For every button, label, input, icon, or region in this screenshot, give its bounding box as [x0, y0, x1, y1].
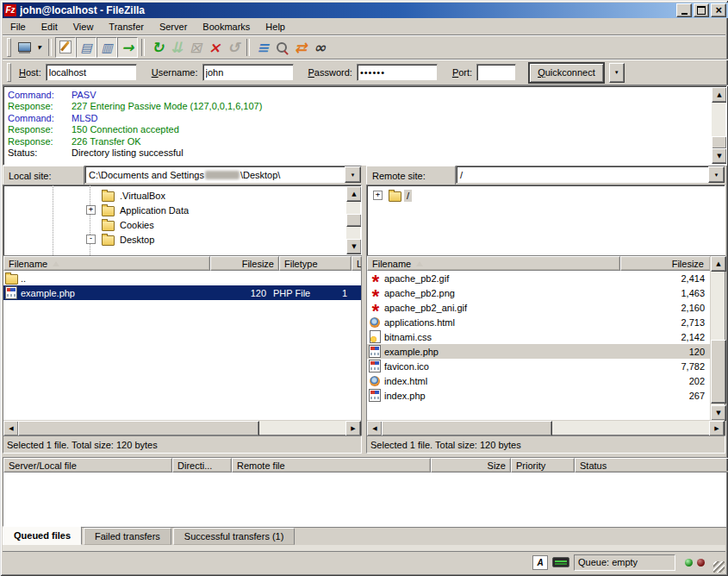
scroll-thumb[interactable]	[712, 136, 727, 149]
scroll-right-icon[interactable]	[345, 421, 361, 436]
remote-site-combo[interactable]: /	[456, 166, 725, 184]
disconnect-icon[interactable]: ×	[205, 38, 224, 57]
directory-filter-icon[interactable]: ≡	[253, 38, 272, 57]
scroll-thumb[interactable]	[711, 340, 726, 404]
column-header-status[interactable]: Status	[575, 458, 728, 473]
scroll-thumb[interactable]	[18, 421, 259, 436]
chevron-down-icon[interactable]	[345, 166, 361, 183]
maximize-button[interactable]	[694, 3, 709, 17]
scroll-up-icon[interactable]	[711, 256, 726, 272]
minimize-button[interactable]	[676, 3, 692, 17]
file-row[interactable]: index.php 267	[367, 388, 711, 403]
toolbar-separator[interactable]	[246, 39, 250, 56]
local-site-combo[interactable]: C:\Documents and Settings\Desktop\	[84, 166, 362, 184]
quickbar-grip[interactable]	[7, 63, 11, 82]
scroll-down-icon[interactable]	[711, 405, 726, 421]
directory-compare-icon[interactable]	[272, 38, 291, 57]
tree-expander-icon[interactable]	[86, 220, 96, 229]
local-horizontal-scrollbar[interactable]	[3, 420, 361, 435]
column-header-filename[interactable]: Filename	[367, 256, 620, 271]
host-input[interactable]	[46, 64, 137, 81]
column-header-lastmodified[interactable]: L	[352, 256, 362, 271]
process-queue-icon[interactable]: ⇊	[167, 38, 186, 57]
menu-item[interactable]: Bookmarks	[195, 20, 258, 34]
file-row[interactable]: example.php 120	[367, 344, 711, 359]
transfer-type-icon[interactable]: A	[532, 555, 548, 570]
scroll-left-icon[interactable]	[3, 421, 19, 436]
queue-tab[interactable]: Queued files	[3, 526, 82, 545]
tree-item[interactable]: + Application Data	[3, 203, 361, 217]
quickconnect-button[interactable]: Quickconnect	[528, 62, 605, 84]
menu-item[interactable]: Help	[258, 20, 293, 34]
toggle-queue-icon[interactable]: →	[117, 37, 138, 58]
tree-item[interactable]: Cookies	[3, 217, 361, 232]
port-input[interactable]	[476, 64, 516, 81]
queue-tab[interactable]: Failed transfers	[84, 528, 171, 545]
column-header-priority[interactable]: Priority	[511, 458, 575, 473]
scroll-left-icon[interactable]	[367, 421, 383, 436]
file-row[interactable]: example.php 120 PHP File 1	[3, 285, 361, 300]
column-header-server-local-file[interactable]: Server/Local file	[3, 458, 172, 473]
remote-horizontal-scrollbar[interactable]	[367, 420, 725, 435]
column-header-direction[interactable]: Directi...	[172, 458, 232, 473]
scroll-up-icon[interactable]	[712, 87, 727, 103]
file-row[interactable]: apache_pb2.gif 2,414	[367, 271, 711, 285]
menu-item[interactable]: Transfer	[101, 20, 152, 34]
remote-vertical-scrollbar[interactable]	[710, 256, 725, 421]
tree-expander-icon[interactable]	[86, 191, 96, 200]
tree-item[interactable]: + /	[367, 188, 725, 203]
find-files-icon[interactable]: ∞	[310, 38, 329, 57]
menu-item[interactable]: Server	[152, 20, 195, 34]
file-row[interactable]: ..	[3, 271, 361, 285]
scroll-down-icon[interactable]	[712, 148, 727, 164]
column-header-filetype[interactable]: Filetype	[279, 256, 352, 271]
toolbar-separator[interactable]	[141, 39, 145, 56]
scroll-thumb[interactable]	[382, 421, 552, 436]
file-row[interactable]: applications.html 2,713	[367, 315, 711, 329]
file-row[interactable]: apache_pb2_ani.gif 2,160	[367, 300, 711, 315]
refresh-icon[interactable]: ↻	[148, 38, 167, 57]
quickconnect-dropdown[interactable]	[609, 63, 625, 83]
scroll-right-icon[interactable]	[709, 421, 725, 436]
toolbar-separator[interactable]	[48, 39, 52, 56]
tree-expander-icon[interactable]: -	[86, 235, 96, 244]
column-header-remote-file[interactable]: Remote file	[232, 458, 431, 473]
column-header-filesize[interactable]: Filesize	[620, 256, 711, 271]
column-header-size[interactable]: Size	[431, 458, 511, 473]
chevron-down-icon[interactable]	[708, 166, 725, 183]
cancel-icon[interactable]: ⊠	[186, 38, 205, 57]
title-bar[interactable]: Fz john@localhost - FileZilla	[3, 3, 728, 18]
menu-item[interactable]: View	[65, 20, 102, 34]
toggle-message-log-icon[interactable]	[55, 37, 76, 58]
file-row[interactable]: bitnami.css 2,142	[367, 329, 711, 344]
scroll-up-icon[interactable]	[346, 186, 362, 202]
menu-item[interactable]: File	[3, 20, 34, 34]
menu-item[interactable]: Edit	[34, 20, 65, 34]
queue-tab[interactable]: Successful transfers (1)	[173, 528, 296, 545]
column-header-filesize[interactable]: Filesize	[210, 256, 279, 271]
file-row[interactable]: apache_pb2.png 1,463	[367, 285, 711, 300]
tree-item[interactable]: .VirtualBox	[3, 188, 361, 203]
speed-limit-icon[interactable]	[552, 557, 569, 567]
log-scrollbar[interactable]	[712, 87, 725, 164]
resize-grip[interactable]	[713, 561, 725, 573]
tree-expander-icon[interactable]: +	[86, 205, 96, 215]
site-manager-dropdown[interactable]: ▼	[34, 38, 45, 57]
local-tree-scrollbar[interactable]	[346, 186, 360, 254]
site-manager-icon[interactable]	[15, 38, 34, 57]
username-input[interactable]	[202, 64, 294, 81]
scroll-thumb[interactable]	[346, 214, 362, 227]
close-button[interactable]	[711, 3, 726, 17]
password-input[interactable]	[357, 64, 438, 81]
tree-expander-icon[interactable]: +	[373, 191, 383, 200]
toggle-remote-tree-icon[interactable]: ▥	[96, 37, 117, 58]
sync-browsing-icon[interactable]: ⇄	[291, 38, 310, 57]
column-header-filename[interactable]: Filename	[3, 256, 210, 271]
toggle-local-tree-icon[interactable]: ▤	[76, 37, 96, 58]
scroll-down-icon[interactable]	[346, 239, 362, 254]
toolbar-grip[interactable]	[7, 38, 11, 57]
reconnect-icon[interactable]: ↺	[224, 38, 243, 57]
tree-item[interactable]: - Desktop	[3, 232, 361, 247]
file-row[interactable]: favicon.ico 7,782	[367, 359, 711, 373]
file-row[interactable]: index.html 202	[367, 373, 711, 388]
